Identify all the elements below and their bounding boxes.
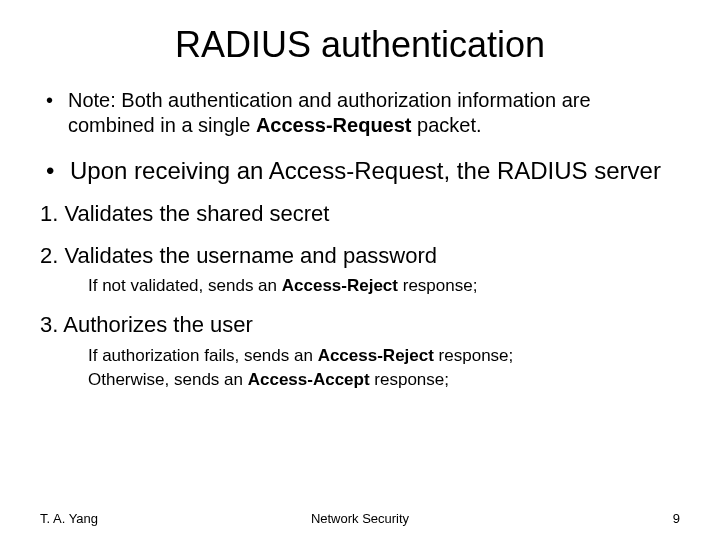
text: response;: [398, 276, 477, 295]
bold-text: Access-Reject: [318, 346, 434, 365]
text: Otherwise, sends an: [88, 370, 248, 389]
step-2: 2. Validates the username and password: [40, 242, 680, 270]
step-1: 1. Validates the shared secret: [40, 200, 680, 228]
footer-subject: Network Security: [40, 511, 680, 526]
step-3-sub-2: Otherwise, sends an Access-Accept respon…: [88, 369, 680, 391]
step-2-sub: If not validated, sends an Access-Reject…: [88, 275, 680, 297]
slide-footer: T. A. Yang Network Security 9: [40, 511, 680, 526]
bold-text: Access-Request: [256, 114, 412, 136]
bullet-note-text: Note: Both authentication and authorizat…: [68, 88, 680, 138]
bold-text: Access-Reject: [282, 276, 398, 295]
bullet-text: Upon receiving an Access-Request, the RA…: [70, 156, 661, 186]
text: response;: [434, 346, 513, 365]
bullet-marker: •: [46, 156, 70, 186]
step-3-sub-1: If authorization fails, sends an Access-…: [88, 345, 680, 367]
bullet-marker: •: [46, 88, 68, 138]
step-3: 3. Authorizes the user: [40, 311, 680, 339]
bullet-upon-receiving: • Upon receiving an Access-Request, the …: [46, 156, 680, 186]
text: response;: [370, 370, 449, 389]
bullet-note: • Note: Both authentication and authoriz…: [46, 88, 680, 138]
text: If not validated, sends an: [88, 276, 282, 295]
bold-text: Access-Accept: [248, 370, 370, 389]
slide-title: RADIUS authentication: [40, 24, 680, 66]
text: If authorization fails, sends an: [88, 346, 318, 365]
text: packet.: [412, 114, 482, 136]
